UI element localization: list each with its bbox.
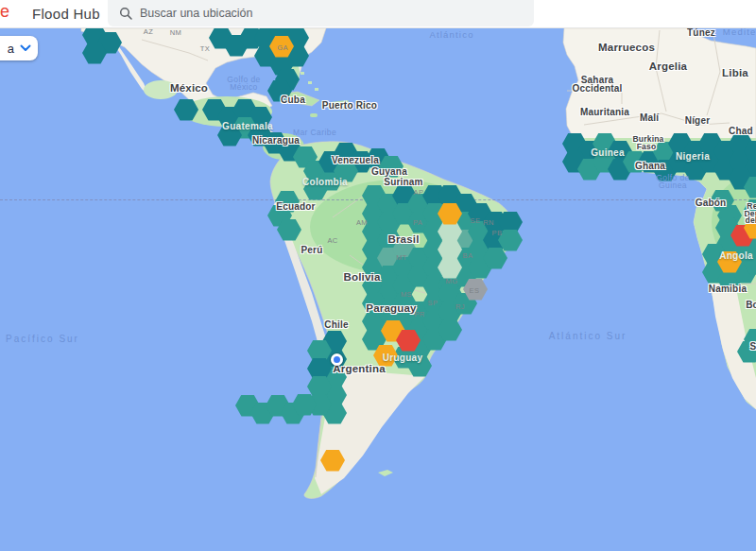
top-app-bar: gle Flood Hub: [0, 0, 756, 28]
region-selector-dropdown[interactable]: a: [0, 36, 38, 60]
app-title[interactable]: Flood Hub: [32, 6, 100, 22]
search-icon: [119, 7, 132, 20]
map-canvas[interactable]: MéxicoCubaPuerto RicoNicaraguaVenezuelaG…: [0, 28, 756, 551]
chevron-down-icon: [20, 44, 31, 52]
search-input[interactable]: [140, 7, 499, 20]
river-gauge-marker[interactable]: [331, 353, 343, 366]
google-logo-partial[interactable]: gle: [0, 2, 10, 22]
logo-letter: e: [0, 2, 10, 21]
region-selector-label: a: [8, 42, 14, 56]
search-bar[interactable]: [108, 0, 534, 26]
